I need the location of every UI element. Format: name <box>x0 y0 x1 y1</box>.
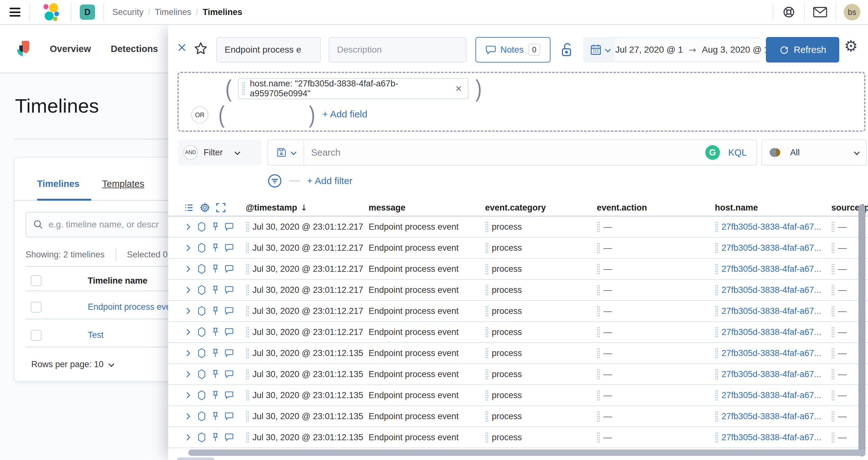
drag-handle-icon[interactable] <box>246 327 249 337</box>
pin-event-icon[interactable] <box>211 412 220 421</box>
column-event-action[interactable]: event.action <box>597 203 715 213</box>
cell-timestamp[interactable]: Jul 30, 2020 @ 23:01:12.135 <box>246 390 369 401</box>
cell-event-category[interactable]: process <box>485 327 597 337</box>
drag-handle-icon[interactable] <box>485 369 489 380</box>
timeline-search-input[interactable] <box>49 220 170 230</box>
mail-icon[interactable] <box>805 0 835 24</box>
query-chip[interactable]: host.name: "27fb305d-3838-4faf-a67b-a959… <box>238 78 468 99</box>
cell-timestamp[interactable]: Jul 30, 2020 @ 23:01:12.135 <box>246 369 369 380</box>
drag-handle-icon[interactable] <box>485 348 489 359</box>
drag-handle-icon[interactable] <box>246 242 249 253</box>
fullscreen-icon[interactable] <box>215 202 226 213</box>
cell-event-action[interactable]: — <box>597 411 715 422</box>
breadcrumb-timelines[interactable]: Timelines <box>155 7 191 17</box>
cell-timestamp[interactable]: Jul 30, 2020 @ 23:01:12.135 <box>246 348 369 359</box>
drag-handle-icon[interactable] <box>715 285 718 295</box>
cell-host-name[interactable]: 27fb305d-3838-4faf-a67... <box>715 242 831 253</box>
cell-event-category[interactable]: process <box>485 411 597 422</box>
drag-handle-icon[interactable] <box>246 369 249 380</box>
pin-event-icon[interactable] <box>211 390 220 400</box>
date-range[interactable]: Jul 27, 2020 @ 1 → Aug 3, 2020 @ 1 <box>615 39 769 61</box>
drag-handle-icon[interactable] <box>715 411 718 422</box>
drag-handle-icon[interactable] <box>246 285 249 295</box>
cell-event-category[interactable]: process <box>485 242 597 253</box>
expand-event-icon[interactable] <box>184 349 192 358</box>
drag-handle-icon[interactable] <box>597 221 600 232</box>
kql-syntax-button[interactable]: KQL <box>728 147 747 158</box>
timeline-description-input[interactable] <box>329 37 467 63</box>
add-field-button[interactable]: + Add field <box>322 109 367 120</box>
cell-event-action[interactable]: — <box>597 306 715 317</box>
drag-handle-icon[interactable] <box>485 327 489 337</box>
cell-event-action[interactable]: — <box>597 285 715 295</box>
analyze-event-icon[interactable] <box>197 243 207 253</box>
analyze-event-icon[interactable] <box>197 390 207 400</box>
add-note-icon[interactable] <box>224 286 234 294</box>
filter-dropdown[interactable]: AND Filter <box>178 139 262 166</box>
nav-item-detections[interactable]: Detections <box>111 44 158 54</box>
cell-event-action[interactable]: — <box>597 327 715 337</box>
cell-host-name[interactable]: 27fb305d-3838-4faf-a67... <box>715 390 831 401</box>
column-message[interactable]: message <box>369 203 485 213</box>
add-note-icon[interactable] <box>224 243 234 252</box>
drag-handle-icon[interactable] <box>597 411 600 422</box>
cell-event-category[interactable]: process <box>485 306 597 317</box>
cell-host-name[interactable]: 27fb305d-3838-4faf-a67... <box>715 306 831 317</box>
cell-timestamp[interactable]: Jul 30, 2020 @ 23:01:12.217 <box>246 285 369 295</box>
nav-item-overview[interactable]: Overview <box>50 44 91 54</box>
drag-handle-icon[interactable] <box>715 263 718 274</box>
pin-event-icon[interactable] <box>211 306 220 316</box>
menu-icon[interactable] <box>9 8 21 17</box>
pin-event-icon[interactable] <box>211 327 220 337</box>
drag-handle-icon[interactable] <box>597 432 600 443</box>
notes-button[interactable]: Notes 0 <box>475 37 551 63</box>
cell-host-name[interactable]: 27fb305d-3838-4faf-a67... <box>715 285 831 295</box>
cell-event-category[interactable]: process <box>485 390 597 401</box>
refresh-button[interactable]: Refresh <box>766 37 839 63</box>
cell-host-name[interactable]: 27fb305d-3838-4faf-a67... <box>715 221 831 232</box>
drag-handle-icon[interactable] <box>246 411 249 422</box>
add-note-icon[interactable] <box>224 264 234 273</box>
cell-event-category[interactable]: process <box>485 221 597 232</box>
drag-handle-icon[interactable] <box>597 327 600 337</box>
drag-handle-icon[interactable] <box>715 348 718 359</box>
saved-query-menu[interactable] <box>268 147 304 158</box>
drag-handle-icon[interactable] <box>715 432 718 443</box>
rows-per-page-select[interactable]: Rows per page: 10 <box>31 360 113 369</box>
horizontal-scrollbar[interactable] <box>188 450 865 456</box>
expand-event-icon[interactable] <box>184 412 192 421</box>
drag-handle-icon[interactable] <box>246 221 249 232</box>
cell-host-name[interactable]: 27fb305d-3838-4faf-a67... <box>715 369 831 380</box>
pin-event-icon[interactable] <box>211 264 220 274</box>
cell-timestamp[interactable]: Jul 30, 2020 @ 23:01:12.217 <box>246 263 369 274</box>
cell-timestamp[interactable]: Jul 30, 2020 @ 23:01:12.217 <box>246 221 369 232</box>
drag-handle-icon[interactable] <box>485 242 489 253</box>
drag-handle-icon[interactable] <box>597 369 600 380</box>
drag-handle-icon[interactable] <box>831 390 835 401</box>
analyze-event-icon[interactable] <box>197 432 207 442</box>
cell-event-action[interactable]: — <box>597 369 715 380</box>
pin-event-icon[interactable] <box>211 369 220 379</box>
add-note-icon[interactable] <box>224 349 234 358</box>
drag-handle-icon[interactable] <box>246 432 249 443</box>
event-type-select[interactable]: All <box>762 139 867 166</box>
drag-handle-icon[interactable] <box>246 348 249 359</box>
pin-event-icon[interactable] <box>211 243 220 253</box>
drag-handle-icon[interactable] <box>831 306 835 317</box>
drag-handle-icon[interactable] <box>597 390 600 401</box>
row-checkbox[interactable] <box>31 330 41 341</box>
drag-handle-icon[interactable] <box>485 411 489 422</box>
column-host-name[interactable]: host.name <box>715 203 831 213</box>
help-icon[interactable] <box>774 0 804 24</box>
drag-handle-icon[interactable] <box>485 285 489 295</box>
gear-icon[interactable]: ⚙ <box>844 38 858 54</box>
drag-handle-icon[interactable] <box>597 242 600 253</box>
table-settings-gear-icon[interactable] <box>199 202 210 213</box>
cell-event-action[interactable]: — <box>597 263 715 274</box>
date-picker-menu[interactable] <box>583 44 615 56</box>
timeline-title-input[interactable] <box>216 37 321 63</box>
add-note-icon[interactable] <box>224 412 234 421</box>
analyze-event-icon[interactable] <box>197 264 207 274</box>
cell-event-category[interactable]: process <box>485 263 597 274</box>
add-note-icon[interactable] <box>224 306 234 316</box>
